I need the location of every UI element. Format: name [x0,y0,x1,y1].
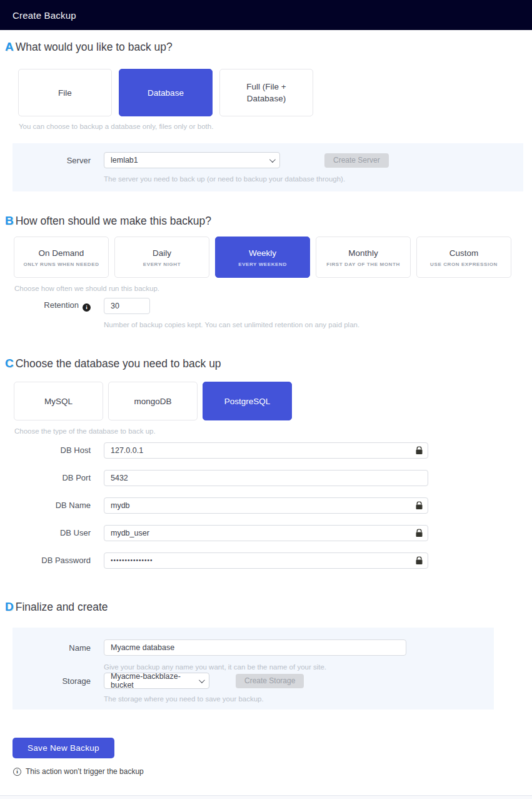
retention-label: Retentioni [0,300,91,312]
server-panel: Server lemlab1 Create Server The server … [13,143,523,191]
database-type-helper: Choose the type of the database to back … [14,427,532,435]
storage-select[interactable]: Myacme-backblaze-bucket [104,673,209,689]
db-host-row: DB Host [0,442,532,459]
frequency-monthly[interactable]: Monthly FIRST DAY OF THE MONTH [316,237,411,278]
db-port-wrap [104,470,428,486]
retention-input-wrap [104,298,150,314]
db-user-input[interactable] [104,525,428,541]
database-type-options: MySQL mongoDB PostgreSQL [14,382,532,420]
db-host-input[interactable] [104,442,428,459]
footer-strip [0,795,532,799]
option-label: Weekly [238,247,288,259]
option-label: Database [136,87,195,99]
create-storage-button[interactable]: Create Storage [236,674,304,688]
option-label: File [47,87,83,99]
info-icon[interactable]: i [83,303,91,312]
backup-type-full[interactable]: Full (File + Database) [219,69,313,116]
backup-type-database[interactable]: Database [119,69,213,116]
server-helper: The server you need to back up (or need … [104,175,523,183]
save-new-backup-button[interactable]: Save New Backup [13,738,114,758]
db-user-row: DB User [0,524,532,541]
server-row: Server lemlab1 Create Server [13,152,523,168]
backup-type-options: File Database Full (File + Database) [18,69,532,116]
info-circle-icon: i [13,768,21,776]
db-password-label: DB Password [0,556,91,565]
page-title: Create Backup [13,10,76,21]
option-label: MySQL [33,395,84,407]
db-host-label: DB Host [0,445,91,455]
page-header: Create Backup [0,0,532,30]
db-name-input[interactable] [104,497,428,514]
option-sublabel: FIRST DAY OF THE MONTH [326,262,400,267]
section-c-title: Choose the database you need to back up [16,357,221,370]
db-port-label: DB Port [0,473,91,482]
backup-name-label: Name [13,643,91,653]
backup-type-file[interactable]: File [18,69,112,116]
db-name-row: DB Name [0,497,532,514]
server-select[interactable]: lemlab1 [104,152,280,168]
section-a-title: What would you like to back up? [16,41,173,54]
option-label: Custom [438,247,490,259]
db-credential-fields: DB Host DB Port DB Name DB User DB Passw… [0,442,532,569]
section-a-letter: A [5,40,14,54]
backup-name-helper: Give your backup any name you want, it c… [104,663,494,671]
finalize-panel: Name Give your backup any name you want,… [13,628,494,710]
name-row: Name [13,639,494,656]
frequency-custom[interactable]: Custom USE CRON EXPRESSION [416,237,511,278]
section-b-letter: B [5,214,14,228]
retention-row: Retentioni [0,298,532,314]
db-port-input[interactable] [104,470,428,486]
db-name-label: DB Name [0,501,91,510]
db-password-input[interactable] [104,552,428,569]
chevron-down-icon [199,677,205,683]
section-c-heading: C Choose the database you need to back u… [0,357,532,370]
section-a-heading: A What would you like to back up? [0,40,532,54]
section-d-letter: D [5,600,14,614]
db-password-row: DB Password [0,552,532,569]
create-server-button[interactable]: Create Server [324,153,389,168]
storage-select-wrap: Myacme-backblaze-bucket [104,673,209,689]
server-label: Server [13,156,91,165]
option-label: On Demand [28,247,96,259]
frequency-daily[interactable]: Daily EVERY NIGHT [114,237,209,278]
frequency-weekly[interactable]: Weekly EVERY WEEKEND [215,237,310,278]
option-label: PostgreSQL [213,395,282,407]
option-label: Monthly [337,247,389,259]
section-b-heading: B How often should we make this backup? [0,214,532,228]
section-d-heading: D Finalize and create [0,600,532,614]
save-note-text: This action won’t trigger the backup [26,767,144,776]
frequency-helper: Choose how often we should run this back… [14,285,532,292]
storage-helper: The storage where you need to save your … [104,695,494,703]
section-d-title: Finalize and create [16,601,108,614]
option-sublabel: EVERY WEEKEND [238,262,287,267]
section-c-letter: C [5,357,14,370]
retention-helper: Number of backup copies kept. You can se… [104,321,532,328]
retention-input[interactable] [104,298,150,314]
db-user-wrap [104,525,428,541]
db-user-label: DB User [0,528,91,537]
option-label: Full (File + Database) [232,81,301,104]
option-sublabel: ONLY RUNS WHEN NEEDED [23,262,99,267]
save-note: i This action won’t trigger the backup [13,767,532,776]
db-name-wrap [104,497,428,514]
chevron-down-icon [269,156,276,163]
option-sublabel: USE CRON EXPRESSION [430,262,498,267]
db-type-postgresql[interactable]: PostgreSQL [203,382,292,420]
db-type-mongodb[interactable]: mongoDB [108,382,198,420]
option-label: Daily [141,247,183,259]
storage-row: Storage Myacme-backblaze-bucket Create S… [13,673,494,689]
db-password-wrap [104,552,428,569]
db-host-wrap [104,442,428,459]
db-type-mysql[interactable]: MySQL [14,382,103,420]
frequency-options: On Demand ONLY RUNS WHEN NEEDED Daily EV… [14,237,532,278]
frequency-on-demand[interactable]: On Demand ONLY RUNS WHEN NEEDED [14,237,109,278]
db-port-row: DB Port [0,469,532,486]
backup-name-wrap [104,639,406,656]
option-sublabel: EVERY NIGHT [143,262,181,267]
backup-type-helper: You can choose to backup a database only… [19,123,532,130]
server-select-wrap: lemlab1 [104,152,280,168]
storage-select-value: Myacme-backblaze-bucket [111,672,194,690]
storage-label: Storage [13,676,91,686]
backup-name-input[interactable] [104,639,406,656]
server-select-value: lemlab1 [111,156,138,165]
